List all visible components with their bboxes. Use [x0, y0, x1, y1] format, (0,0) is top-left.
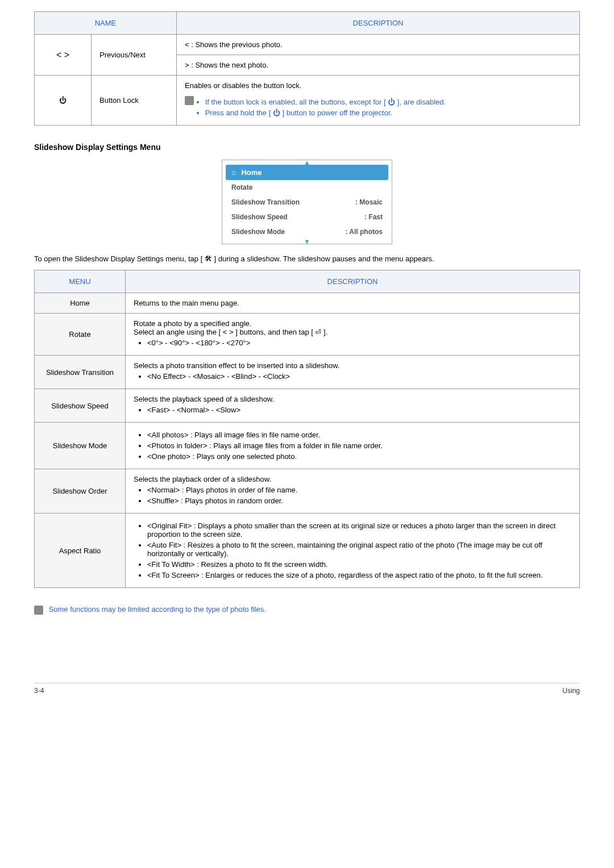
power-icon: ⏻	[59, 96, 67, 105]
button-lock-intro: Enables or disables the button lock.	[185, 81, 571, 90]
home-icon: ⌂	[231, 168, 236, 177]
speed-bullet: <Fast> - <Normal> - <Slow>	[147, 406, 571, 414]
footer-right: Using	[562, 687, 580, 695]
th-desc: DESCRIPTION	[177, 12, 580, 35]
menu-transition-value: : Mosaic	[355, 198, 383, 206]
prev-next-name: Previous/Next	[92, 35, 177, 76]
home-desc: Returns to the main menu page.	[126, 293, 580, 314]
order-bullet-1: <Normal> : Plays photos in order of file…	[147, 486, 571, 494]
menu-transition-row: Slideshow Transition : Mosaic	[222, 195, 392, 210]
aspect-bullet-3: <Fit To Width> : Resizes a photo to fit …	[147, 560, 571, 569]
home-label: Home	[35, 293, 126, 314]
next-desc: > : Shows the next photo.	[177, 55, 580, 76]
menu-rotate-label: Rotate	[231, 183, 252, 191]
prev-next-icon-cell: < >	[35, 35, 92, 76]
footer-left: 3-4	[34, 687, 44, 695]
order-desc: Selects the playback order of a slidesho…	[126, 469, 580, 514]
th-name: NAME	[35, 12, 177, 35]
th-menu: MENU	[35, 270, 126, 293]
transition-label: Slideshow Transition	[35, 356, 126, 389]
aspect-bullet-4: <Fit To Screen> : Enlarges or reduces th…	[147, 571, 571, 579]
th-desc2: DESCRIPTION	[126, 270, 580, 293]
button-lock-bullets: If the button lock is enabled, all the b…	[205, 95, 446, 119]
aspect-label: Aspect Ratio	[35, 514, 126, 588]
menu-home-row: ⌂ Home	[226, 165, 388, 180]
speed-label: Slideshow Speed	[35, 389, 126, 423]
rotate-line1: Rotate a photo by a specified angle.	[134, 319, 571, 328]
button-lock-desc: Enables or disables the button lock. If …	[177, 76, 580, 126]
button-lock-bullet-2: Press and hold the [ ⏻ ] button to power…	[205, 108, 446, 117]
note-text: Some functions may be limited according …	[49, 605, 266, 614]
menu-speed-value: : Fast	[364, 213, 383, 221]
prev-desc: < : Shows the previous photo.	[177, 35, 580, 55]
page-footer: 3-4 Using	[34, 683, 580, 695]
rotate-bullet: <0°> - <90°> - <180°> - <270°>	[147, 339, 571, 347]
rotate-desc: Rotate a photo by a specified angle. Sel…	[126, 314, 580, 356]
open-menu-paragraph: To open the Slideshow Display Settings m…	[34, 254, 580, 263]
order-line1: Selects the playback order of a slidesho…	[134, 475, 571, 483]
rotate-label: Rotate	[35, 314, 126, 356]
section-heading: Slideshow Display Settings Menu	[34, 143, 580, 152]
speed-line1: Selects the playback speed of a slidesho…	[134, 395, 571, 403]
transition-desc: Selects a photo transition effect to be …	[126, 356, 580, 389]
order-label: Slideshow Order	[35, 469, 126, 514]
menu-transition-label: Slideshow Transition	[231, 198, 300, 206]
slideshow-settings-menu-mock: ▲ ⌂ Home Rotate Slideshow Transition : M…	[222, 160, 392, 244]
order-bullet-2: <Shuffle> : Plays photos in random order…	[147, 496, 571, 505]
menu-rotate-row: Rotate	[222, 180, 392, 195]
name-description-table: NAME DESCRIPTION < > Previous/Next < : S…	[34, 11, 580, 126]
note-icon	[34, 606, 43, 615]
aspect-desc: <Original Fit> : Displays a photo smalle…	[126, 514, 580, 588]
menu-home-label: Home	[241, 168, 262, 177]
aspect-bullet-2: <Auto Fit> : Resizes a photo to fit the …	[147, 541, 571, 558]
aspect-bullet-1: <Original Fit> : Displays a photo smalle…	[147, 521, 571, 539]
menu-mode-label: Slideshow Mode	[231, 228, 285, 236]
button-lock-name: Button Lock	[92, 76, 177, 126]
mode-bullet-3: <One photo> : Plays only one selected ph…	[147, 452, 571, 461]
mode-desc: <All photos> : Plays all image files in …	[126, 423, 580, 469]
menu-mode-row: Slideshow Mode : All photos	[222, 224, 392, 239]
mode-label: Slideshow Mode	[35, 423, 126, 469]
rotate-line2: Select an angle using the [ < > ] button…	[134, 328, 571, 336]
mode-bullet-2: <Photos in folder> : Plays all image fil…	[147, 441, 571, 450]
menu-speed-label: Slideshow Speed	[231, 213, 288, 221]
menu-down-arrow-icon: ▼	[222, 239, 392, 244]
speed-desc: Selects the playback speed of a slidesho…	[126, 389, 580, 423]
transition-bullet: <No Effect> - <Mosaic> - <Blind> - <Cloc…	[147, 372, 571, 381]
prev-next-icon: < >	[56, 50, 69, 60]
transition-line1: Selects a photo transition effect to be …	[134, 361, 571, 370]
note-icon	[185, 96, 194, 105]
menu-up-arrow-icon: ▲	[222, 160, 392, 165]
menu-description-table: MENU DESCRIPTION Home Returns to the mai…	[34, 270, 580, 588]
menu-speed-row: Slideshow Speed : Fast	[222, 210, 392, 224]
menu-mode-value: : All photos	[345, 228, 383, 236]
footer-note: Some functions may be limited according …	[34, 605, 580, 615]
mode-bullet-1: <All photos> : Plays all image files in …	[147, 431, 571, 439]
button-lock-bullet-1: If the button lock is enabled, all the b…	[205, 98, 446, 106]
button-lock-icon-cell: ⏻	[35, 76, 92, 126]
